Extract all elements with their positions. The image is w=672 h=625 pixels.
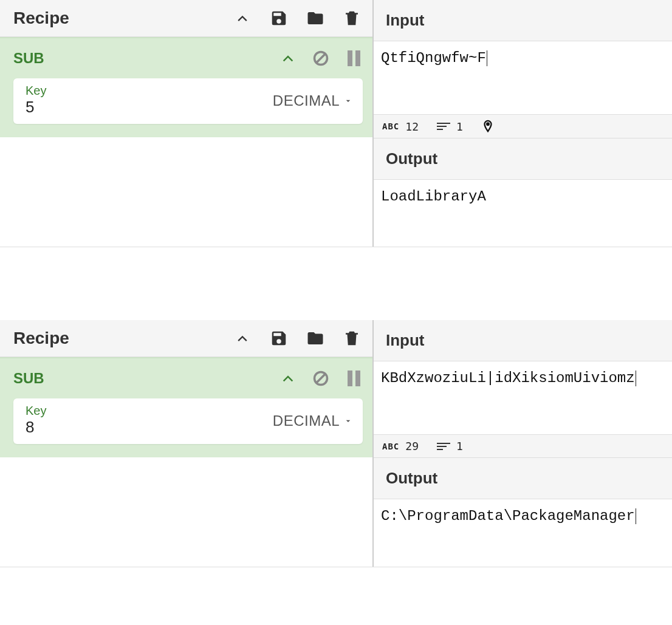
text-cursor [636, 371, 636, 386]
location-pin-icon[interactable] [481, 120, 495, 133]
input-area[interactable]: QtfiQngwfw~F [374, 41, 672, 114]
io-panel: Input KBdXzwoziuLi|idXiksiomUiviomz ABC … [374, 320, 672, 567]
svg-line-4 [317, 374, 325, 383]
arg-type-label: DECIMAL [273, 412, 340, 429]
output-text: LoadLibraryA [381, 188, 486, 205]
line-count-group: 1 [437, 440, 463, 453]
arg-type-label: DECIMAL [273, 92, 340, 109]
recipe-empty-area[interactable] [0, 137, 372, 247]
recipe-header: Recipe [0, 0, 372, 37]
folder-icon[interactable] [306, 329, 325, 348]
text-cursor [636, 508, 636, 524]
disable-op-icon[interactable] [312, 49, 330, 67]
arg-label: Key [26, 84, 46, 97]
argument-box: Key 5 DECIMAL [13, 78, 363, 124]
abc-icon: ABC [382, 121, 399, 131]
arg-value[interactable]: 8 [26, 418, 46, 437]
char-count-group: ABC 29 [382, 440, 419, 453]
char-count: 12 [405, 120, 419, 133]
input-header: Input [374, 320, 672, 361]
arg-label: Key [26, 405, 46, 417]
recipe-toolbar [233, 329, 362, 348]
input-text: KBdXzwoziuLi|idXiksiomUiviomz [381, 370, 635, 386]
folder-icon[interactable] [306, 9, 325, 28]
collapse-recipe-icon[interactable] [233, 9, 252, 28]
recipe-empty-area[interactable] [0, 457, 372, 567]
collapse-op-icon[interactable] [279, 369, 297, 388]
recipe-header: Recipe [0, 320, 372, 357]
recipe-title: Recipe [13, 329, 69, 348]
collapse-op-icon[interactable] [279, 49, 297, 67]
input-statusbar: ABC 12 1 [374, 114, 672, 138]
arg-value[interactable]: 5 [26, 98, 46, 117]
line-count: 1 [456, 120, 463, 133]
pause-op-icon[interactable] [345, 49, 363, 67]
operation-name: SUB [13, 370, 44, 387]
lines-icon [437, 123, 450, 130]
recipe-panel: Recipe SUB [0, 320, 374, 567]
operation-block: SUB Key 5 [0, 37, 372, 137]
input-area[interactable]: KBdXzwoziuLi|idXiksiomUiviomz [374, 361, 672, 434]
svg-line-1 [317, 54, 325, 63]
input-text: QtfiQngwfw~F [381, 50, 486, 66]
collapse-recipe-icon[interactable] [233, 329, 252, 348]
input-header: Input [374, 0, 672, 41]
arg-type-select[interactable]: DECIMAL [273, 412, 353, 429]
disable-op-icon[interactable] [312, 369, 330, 388]
trash-icon[interactable] [342, 329, 362, 348]
operation-block: SUB Key 8 [0, 357, 372, 457]
line-count: 1 [456, 440, 463, 453]
recipe-title: Recipe [13, 9, 69, 28]
dropdown-caret-icon [343, 96, 353, 106]
output-area[interactable]: LoadLibraryA [374, 180, 672, 216]
dropdown-caret-icon [343, 416, 353, 426]
recipe-toolbar [233, 9, 362, 28]
svg-point-2 [487, 123, 489, 126]
trash-icon[interactable] [342, 9, 362, 28]
save-icon[interactable] [269, 9, 289, 28]
arg-type-select[interactable]: DECIMAL [273, 92, 353, 109]
char-count: 29 [405, 440, 419, 453]
io-panel: Input QtfiQngwfw~F ABC 12 1 Output LoadL… [374, 0, 672, 247]
argument-box: Key 8 DECIMAL [13, 398, 363, 444]
pause-op-icon[interactable] [345, 369, 363, 388]
output-text: C:\ProgramData\PackageManager [381, 508, 635, 524]
cyberchef-instance: Recipe SUB [0, 320, 672, 567]
input-statusbar: ABC 29 1 [374, 434, 672, 458]
operation-name: SUB [13, 50, 44, 67]
cyberchef-instance: Recipe SUB [0, 0, 672, 247]
line-count-group: 1 [437, 120, 463, 133]
text-cursor [487, 50, 487, 66]
output-header: Output [374, 138, 672, 180]
char-count-group: ABC 12 [382, 120, 419, 133]
save-icon[interactable] [269, 329, 289, 348]
abc-icon: ABC [382, 442, 399, 451]
recipe-panel: Recipe SUB [0, 0, 374, 247]
lines-icon [437, 443, 450, 450]
output-area[interactable]: C:\ProgramData\PackageManager [374, 499, 672, 536]
output-header: Output [374, 458, 672, 499]
